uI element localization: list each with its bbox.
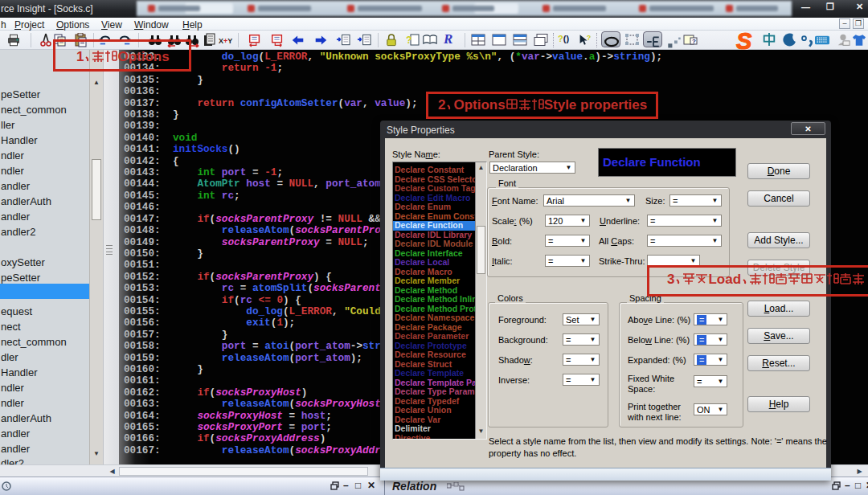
svg-text:?: ? <box>587 34 592 42</box>
svg-text:?: ? <box>406 35 411 46</box>
svg-text:?: ? <box>692 38 696 45</box>
